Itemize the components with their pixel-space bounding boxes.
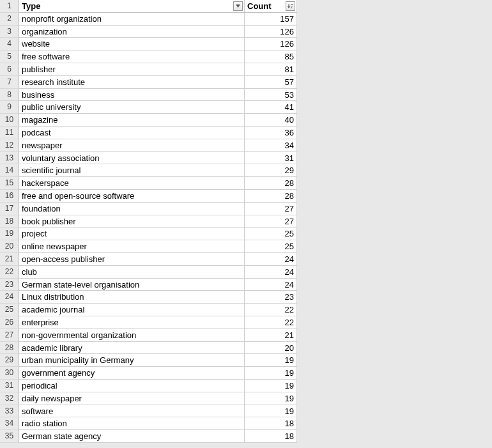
row-number[interactable]: 30 [0, 367, 19, 380]
cell-count[interactable]: 126 [245, 26, 297, 38]
cell-count[interactable]: 22 [245, 316, 297, 329]
cell-count[interactable]: 20 [245, 342, 297, 355]
cell-count[interactable]: 24 [245, 266, 297, 279]
row-number[interactable]: 4 [0, 38, 19, 50]
row-number[interactable]: 32 [0, 392, 19, 405]
cell-type[interactable]: periodical [19, 380, 245, 392]
cell-count[interactable]: 29 [245, 164, 297, 177]
row-number[interactable]: 7 [0, 76, 19, 89]
cell-type[interactable]: organization [19, 26, 245, 38]
cell-count[interactable]: 28 [245, 190, 297, 203]
row-number[interactable]: 6 [0, 63, 19, 76]
row-number[interactable]: 10 [0, 114, 19, 127]
cell-count[interactable]: 25 [245, 228, 297, 240]
cell-type[interactable]: public university [19, 101, 245, 114]
cell-type[interactable]: open-access publisher [19, 253, 245, 266]
cell-type[interactable]: urban municipality in Germany [19, 354, 245, 367]
row-number[interactable]: 23 [0, 279, 19, 291]
cell-count[interactable]: 22 [245, 304, 297, 316]
row-number[interactable]: 25 [0, 304, 19, 316]
cell-type[interactable]: radio station [19, 417, 245, 430]
cell-count[interactable]: 31 [245, 152, 297, 165]
row-number[interactable]: 16 [0, 190, 19, 203]
row-number[interactable]: 22 [0, 266, 19, 279]
cell-type[interactable]: Linux distribution [19, 291, 245, 304]
cell-count[interactable]: 19 [245, 367, 297, 380]
row-number[interactable]: 18 [0, 215, 19, 228]
cell-type[interactable]: book publisher [19, 215, 245, 228]
cell-type[interactable]: club [19, 266, 245, 279]
cell-type[interactable]: podcast [19, 127, 245, 139]
column-header-type[interactable]: Type [19, 0, 245, 13]
row-number[interactable]: 33 [0, 405, 19, 418]
row-number[interactable]: 20 [0, 240, 19, 253]
cell-count[interactable]: 19 [245, 392, 297, 405]
cell-count[interactable]: 25 [245, 240, 297, 253]
cell-type[interactable]: newspaper [19, 139, 245, 152]
row-number[interactable]: 1 [0, 0, 19, 13]
row-number[interactable]: 34 [0, 417, 19, 430]
row-number[interactable]: 14 [0, 164, 19, 177]
cell-count[interactable]: 157 [245, 13, 297, 26]
cell-type[interactable]: German state-level organisation [19, 279, 245, 291]
cell-count[interactable]: 23 [245, 291, 297, 304]
cell-count[interactable]: 24 [245, 253, 297, 266]
cell-type[interactable]: software [19, 405, 245, 418]
row-number[interactable]: 8 [0, 89, 19, 102]
cell-type[interactable]: website [19, 38, 245, 50]
cell-count[interactable]: 34 [245, 139, 297, 152]
row-number[interactable]: 35 [0, 430, 19, 443]
cell-type[interactable]: free and open-source software [19, 190, 245, 203]
row-number[interactable]: 27 [0, 329, 19, 342]
spreadsheet-grid[interactable]: 1TypeCount2nonprofit organization1573org… [0, 0, 492, 443]
row-number[interactable]: 29 [0, 354, 19, 367]
row-number[interactable]: 28 [0, 342, 19, 355]
row-number[interactable]: 12 [0, 139, 19, 152]
cell-type[interactable]: enterprise [19, 316, 245, 329]
cell-type[interactable]: scientific journal [19, 164, 245, 177]
cell-count[interactable]: 28 [245, 177, 297, 190]
filter-dropdown-icon[interactable] [233, 1, 243, 11]
cell-type[interactable]: nonprofit organization [19, 13, 245, 26]
cell-type[interactable]: project [19, 228, 245, 240]
row-number[interactable]: 2 [0, 13, 19, 26]
cell-count[interactable]: 19 [245, 354, 297, 367]
cell-count[interactable]: 18 [245, 430, 297, 443]
cell-type[interactable]: academic library [19, 342, 245, 355]
row-number[interactable]: 26 [0, 316, 19, 329]
cell-type[interactable]: free software [19, 50, 245, 63]
cell-count[interactable]: 18 [245, 417, 297, 430]
cell-type[interactable]: hackerspace [19, 177, 245, 190]
row-number[interactable]: 13 [0, 152, 19, 165]
cell-count[interactable]: 40 [245, 114, 297, 127]
cell-type[interactable]: voluntary association [19, 152, 245, 165]
cell-count[interactable]: 27 [245, 203, 297, 215]
cell-count[interactable]: 57 [245, 76, 297, 89]
row-number[interactable]: 21 [0, 253, 19, 266]
cell-count[interactable]: 19 [245, 405, 297, 418]
cell-type[interactable]: business [19, 89, 245, 102]
cell-type[interactable]: German state agency [19, 430, 245, 443]
cell-type[interactable]: research institute [19, 76, 245, 89]
cell-count[interactable]: 24 [245, 279, 297, 291]
column-header-count[interactable]: Count [245, 0, 297, 13]
row-number[interactable]: 24 [0, 291, 19, 304]
cell-type[interactable]: daily newspaper [19, 392, 245, 405]
cell-count[interactable]: 81 [245, 63, 297, 76]
sort-descending-icon[interactable] [286, 1, 295, 11]
cell-count[interactable]: 19 [245, 380, 297, 392]
cell-count[interactable]: 85 [245, 50, 297, 63]
row-number[interactable]: 17 [0, 203, 19, 215]
cell-count[interactable]: 41 [245, 101, 297, 114]
row-number[interactable]: 15 [0, 177, 19, 190]
cell-type[interactable]: foundation [19, 203, 245, 215]
cell-count[interactable]: 126 [245, 38, 297, 50]
cell-count[interactable]: 27 [245, 215, 297, 228]
cell-count[interactable]: 53 [245, 89, 297, 102]
row-number[interactable]: 9 [0, 101, 19, 114]
cell-type[interactable]: non-governmental organization [19, 329, 245, 342]
cell-count[interactable]: 21 [245, 329, 297, 342]
row-number[interactable]: 5 [0, 50, 19, 63]
cell-type[interactable]: government agency [19, 367, 245, 380]
cell-type[interactable]: publisher [19, 63, 245, 76]
